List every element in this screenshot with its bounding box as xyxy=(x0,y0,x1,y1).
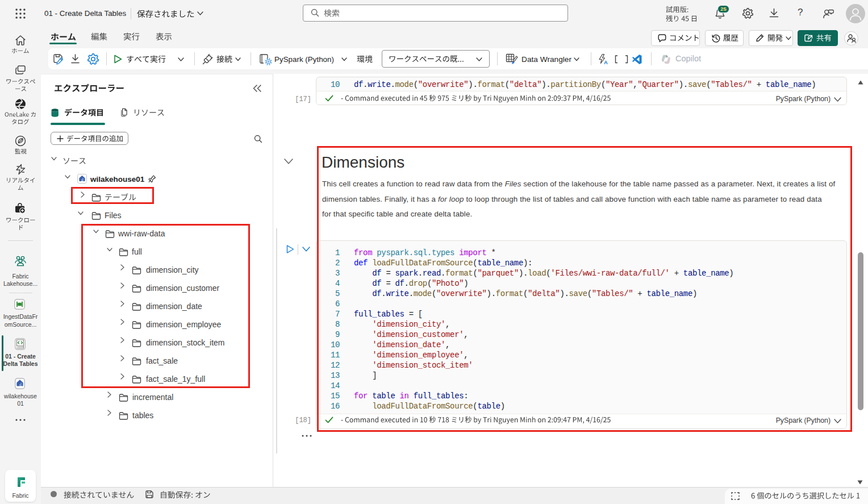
svg-text:A: A xyxy=(604,59,608,65)
